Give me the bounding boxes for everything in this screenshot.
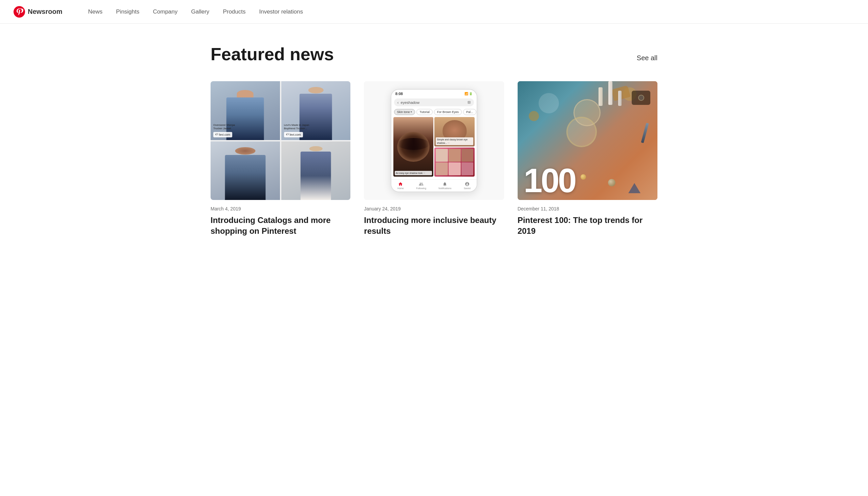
nav-company[interactable]: Company: [148, 6, 183, 18]
nav-products[interactable]: Products: [217, 6, 251, 18]
phone-bottom-nav: Home Following Notifications Saved: [391, 179, 477, 191]
phone-nav-notifications: Notifications: [438, 182, 451, 189]
see-all-link[interactable]: See all: [637, 54, 657, 62]
article-date-2: January 24, 2019: [364, 206, 504, 212]
nav-news[interactable]: News: [82, 6, 108, 18]
p100-overlay-text: 100: [524, 164, 575, 197]
article-image-p100: 100: [518, 81, 657, 200]
phone-chip-1: Skin tone ▾: [394, 109, 415, 115]
phone-chip-3: For Brown Eyes: [434, 109, 462, 115]
article-pinterest100[interactable]: 100 December 11, 2018 Pinterest 100: The…: [518, 81, 657, 236]
phone-pin-face: Simple and classy brown eye shadow... ··…: [434, 117, 475, 146]
article-mosaic-image: 🏷 levi.com Oversized Sherpa Trucker Jack…: [211, 81, 350, 200]
article-title-2: Introducing more inclusive beauty result…: [364, 215, 504, 236]
mosaic-img-3: [211, 141, 280, 200]
main-content: Featured news See all 🏷 levi.com: [197, 24, 671, 263]
phone-filter-icon: ⊟: [468, 100, 471, 105]
phone-nav-saved: Saved: [464, 182, 471, 189]
nav-investor-relations[interactable]: Investor relations: [254, 6, 308, 18]
phone-icons: 📶 🔋: [465, 92, 473, 95]
article-title-1: Introducing Catalogs and more shopping o…: [211, 215, 350, 236]
site-header: Newsroom News Pinsights Company Gallery …: [0, 0, 868, 24]
phone-nav-home: Home: [397, 182, 404, 189]
pinterest-logo-icon: [14, 6, 25, 18]
nav-pinsights[interactable]: Pinsights: [111, 6, 145, 18]
mosaic-img-4: [281, 141, 351, 200]
phone-mockup: 8:08 📶 🔋 ‹ eyeshadow ⊟ Skin tone ▾ Tutor…: [391, 89, 477, 192]
main-nav: News Pinsights Company Gallery Products …: [82, 6, 308, 18]
phone-chip-2: Tutorial: [416, 109, 433, 115]
phone-search-bar: ‹ eyeshadow ⊟: [394, 98, 474, 106]
article-title-3: Pinterest 100: The top trends for 2019: [518, 215, 657, 236]
phone-pin-makeup: [434, 148, 475, 177]
phone-time: 8:08: [395, 92, 403, 96]
article-phone-wrapper: 8:08 📶 🔋 ‹ eyeshadow ⊟ Skin tone ▾ Tutor…: [364, 81, 504, 200]
news-grid: 🏷 levi.com Oversized Sherpa Trucker Jack…: [211, 81, 657, 236]
mosaic-label-2: 🏷 levi.com: [284, 132, 303, 137]
phone-nav-following: Following: [416, 182, 426, 189]
mosaic-img-1: 🏷 levi.com Oversized Sherpa Trucker Jack…: [211, 81, 280, 140]
nav-gallery[interactable]: Gallery: [186, 6, 215, 18]
phone-search-text: eyeshadow: [401, 100, 466, 105]
mosaic-img-2: 🏷 levi.com Levi's Made in Japan Boyfrien…: [281, 81, 351, 140]
logo-link[interactable]: Newsroom: [14, 6, 62, 18]
phone-filter-chips: Skin tone ▾ Tutorial For Brown Eyes Pal.…: [391, 108, 477, 117]
article-date-3: December 11, 2018: [518, 206, 657, 212]
mosaic-label-1: 🏷 levi.com: [213, 132, 232, 137]
article-beauty[interactable]: 8:08 📶 🔋 ‹ eyeshadow ⊟ Skin tone ▾ Tutor…: [364, 81, 504, 236]
article-catalogs[interactable]: 🏷 levi.com Oversized Sherpa Trucker Jack…: [211, 81, 350, 236]
featured-title: Featured news: [211, 44, 334, 64]
article-date-1: March 4, 2019: [211, 206, 350, 212]
phone-back-icon: ‹: [397, 100, 399, 105]
phone-status-bar: 8:08 📶 🔋: [391, 90, 477, 97]
featured-header: Featured news See all: [211, 44, 657, 64]
phone-pin-eye: An easy eye shadow look ···: [393, 117, 434, 176]
phone-chip-4: Pal...: [463, 109, 476, 115]
logo-text: Newsroom: [28, 8, 62, 16]
